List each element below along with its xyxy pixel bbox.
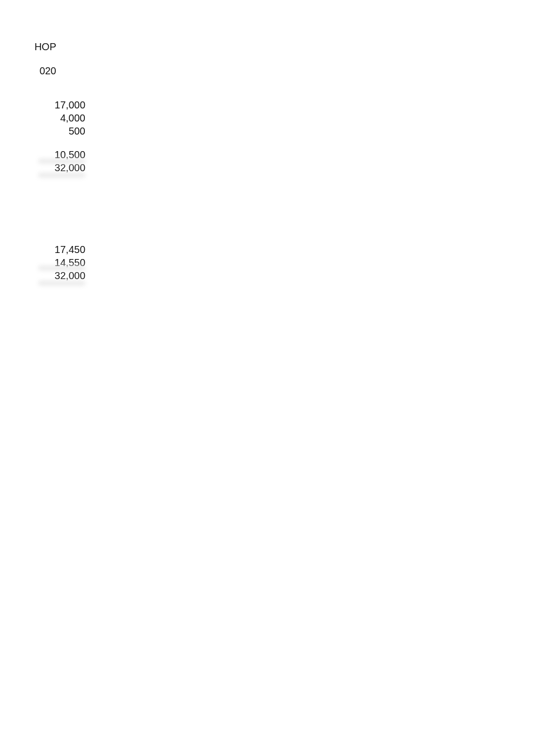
divider-blur: [38, 281, 85, 286]
block2-value-0: 17,450: [0, 244, 85, 256]
block1-value-0: 17,000: [0, 99, 85, 111]
block2-value-2: 32,000: [0, 270, 85, 282]
header-line-2: 020: [0, 65, 56, 77]
block1-value-2: 500: [0, 125, 85, 137]
block1-value-1: 4,000: [0, 112, 85, 124]
block1-value-4: 32,000: [0, 162, 85, 174]
divider-blur: [38, 266, 85, 271]
divider-blur: [38, 159, 85, 164]
header-line-1: HOP: [0, 41, 56, 53]
document-page: HOP 020 17,000 4,000 500 10,500 32,000 1…: [0, 0, 533, 756]
divider-blur: [38, 173, 85, 178]
